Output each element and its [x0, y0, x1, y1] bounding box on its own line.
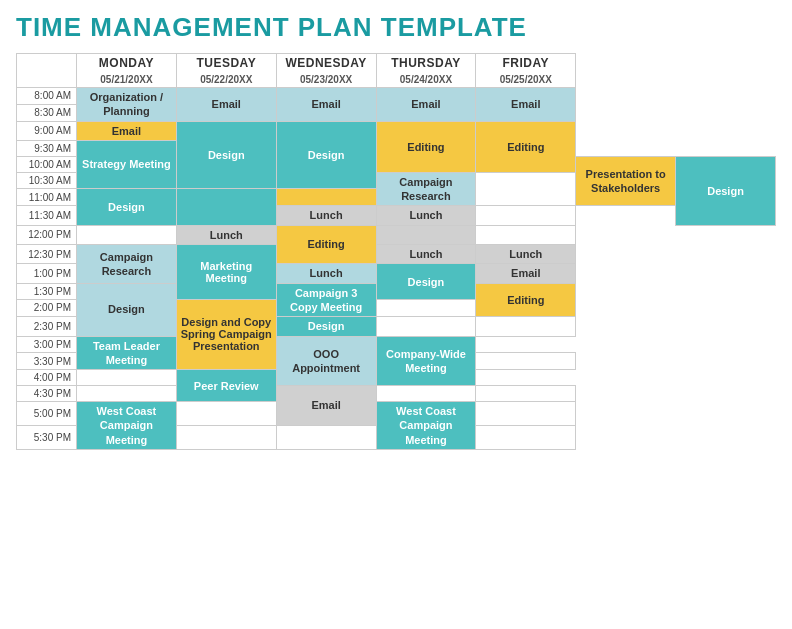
cell-mon-500: West Coast Campaign Meeting — [77, 402, 177, 450]
cell-fri-530 — [476, 426, 576, 450]
cell-thu-1000: Presentation to Stakeholders — [576, 156, 676, 206]
cell-fri-900: Editing — [476, 121, 576, 172]
cell-wed-100: Lunch — [276, 264, 376, 283]
time-800: 8:00 AM — [17, 88, 77, 105]
cell-thu-800: Email — [376, 88, 476, 122]
time-100: 1:00 PM — [17, 264, 77, 283]
col-header-tuesday: TUESDAY — [176, 54, 276, 73]
time-430: 4:30 PM — [17, 386, 77, 402]
col-header-friday: FRIDAY — [476, 54, 576, 73]
cell-mon-1200 — [77, 225, 177, 244]
cell-thu-230 — [376, 317, 476, 336]
time-930: 9:30 AM — [17, 140, 77, 156]
cell-wed-900: Design — [276, 121, 376, 188]
cell-thu-500: West Coast Campaign Meeting — [376, 402, 476, 450]
cell-thu-430 — [376, 386, 476, 402]
time-530: 5:30 PM — [17, 426, 77, 450]
cell-wed-230: Design — [276, 317, 376, 336]
cell-fri-1130 — [476, 206, 576, 225]
cell-wed-530 — [276, 426, 376, 450]
date-monday: 05/21/20XX — [77, 72, 177, 88]
cell-tue-530 — [176, 426, 276, 450]
cell-thu-900: Editing — [376, 121, 476, 172]
time-500: 5:00 PM — [17, 402, 77, 426]
cell-mon-330 — [476, 353, 576, 370]
cell-fri-500 — [476, 402, 576, 426]
cell-wed-800: Email — [276, 88, 376, 122]
cell-mon-800: Organization /Planning — [77, 88, 177, 122]
time-1130: 11:30 AM — [17, 206, 77, 225]
time-130: 1:30 PM — [17, 283, 77, 299]
date-tuesday: 05/22/20XX — [176, 72, 276, 88]
time-1000: 10:00 AM — [17, 156, 77, 172]
date-friday: 05/25/20XX — [476, 72, 576, 88]
cell-thu-100: Design — [376, 264, 476, 299]
time-1100: 11:00 AM — [17, 188, 77, 206]
cell-thu-1130: Lunch — [376, 206, 476, 225]
time-1030: 10:30 AM — [17, 172, 77, 188]
cell-mon-130: Design — [77, 283, 177, 336]
cell-tue-1230: Marketing Meeting — [176, 245, 276, 300]
time-900: 9:00 AM — [17, 121, 77, 140]
cell-tue-1200: Lunch — [176, 225, 276, 244]
time-1230: 12:30 PM — [17, 245, 77, 264]
schedule-table: MONDAY TUESDAY WEDNESDAY THURSDAY FRIDAY… — [16, 53, 776, 450]
cell-fri-1200 — [476, 225, 576, 244]
cell-mon-1230: Campaign Research — [77, 245, 177, 284]
time-330: 3:30 PM — [17, 353, 77, 370]
table-row: 12:30 PM Campaign Research Marketing Mee… — [17, 245, 776, 264]
table-row: 12:00 PM Lunch Editing — [17, 225, 776, 244]
cell-thu-1200 — [376, 225, 476, 244]
cell-mon-430 — [77, 386, 177, 402]
cell-mon-900: Email — [77, 121, 177, 140]
col-header-empty — [17, 54, 77, 73]
cell-fri-1230: Lunch — [476, 245, 576, 264]
cell-wed-500 — [176, 402, 276, 426]
cell-tue-800: Email — [176, 88, 276, 122]
table-row: 3:00 PM Team Leader Meeting OOO Appointm… — [17, 336, 776, 353]
cell-wed-1200: Editing — [276, 225, 376, 264]
date-wednesday: 05/23/20XX — [276, 72, 376, 88]
cell-wed-400: Peer Review — [176, 370, 276, 402]
time-300: 3:00 PM — [17, 336, 77, 353]
cell-tue-200: Design and Copy Spring Campaign Presenta… — [176, 299, 276, 369]
cell-thu-1230: Lunch — [376, 245, 476, 264]
cell-thu-300: OOO Appointment — [276, 336, 376, 386]
cell-tue-900: Design — [176, 121, 276, 188]
table-row: 9:00 AM Email Design Design Editing Edit… — [17, 121, 776, 140]
page-title: TIME MANAGEMENT PLAN TEMPLATE — [16, 12, 776, 43]
cell-fri-800: Email — [476, 88, 576, 122]
table-row: 8:00 AM Organization /Planning Email Ema… — [17, 88, 776, 105]
date-empty — [17, 72, 77, 88]
cell-tue-1100: Design — [77, 188, 177, 225]
cell-tue-430: Email — [276, 386, 376, 426]
col-header-wednesday: WEDNESDAY — [276, 54, 376, 73]
cell-mon-400 — [77, 370, 177, 386]
col-header-monday: MONDAY — [77, 54, 177, 73]
table-row: 4:30 PM Email — [17, 386, 776, 402]
cell-fri-130: Editing — [476, 283, 576, 317]
time-400: 4:00 PM — [17, 370, 77, 386]
cell-fri-1000: Design — [676, 156, 776, 225]
date-thursday: 05/24/20XX — [376, 72, 476, 88]
cell-fri-300: Company-Wide Meeting — [376, 336, 476, 386]
cell-mon-930: Strategy Meeting — [77, 140, 177, 188]
time-200: 2:00 PM — [17, 299, 77, 317]
col-header-thursday: THURSDAY — [376, 54, 476, 73]
cell-thu-1100 — [276, 188, 376, 206]
cell-thu-200 — [376, 299, 476, 317]
cell-wed-130: Campaign 3 Copy Meeting — [276, 283, 376, 317]
cell-fri-430 — [476, 386, 576, 402]
time-1200: 12:00 PM — [17, 225, 77, 244]
cell-fri-230 — [476, 317, 576, 336]
cell-wed-300: Team Leader Meeting — [77, 336, 177, 370]
table-row: 5:00 PM West Coast Campaign Meeting West… — [17, 402, 776, 426]
cell-fri-100: Email — [476, 264, 576, 283]
cell-mon-1030: Campaign Research — [376, 172, 476, 206]
time-230: 2:30 PM — [17, 317, 77, 336]
cell-wed-1100 — [176, 188, 276, 225]
cell-mon-1130: Lunch — [276, 206, 376, 225]
time-830: 8:30 AM — [17, 104, 77, 121]
